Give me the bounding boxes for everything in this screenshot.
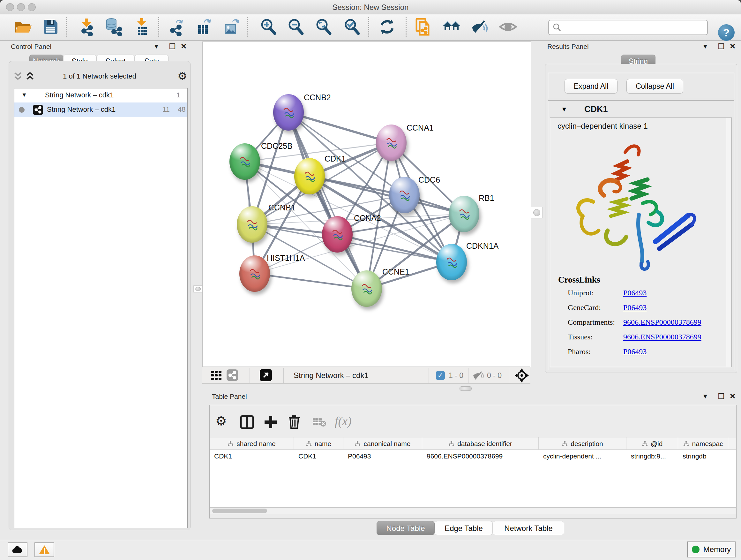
table-panel-float-icon[interactable]: ❑ <box>718 392 725 401</box>
table-settings-gear-icon[interactable]: ⚙ <box>215 414 227 428</box>
column-header-namespac[interactable]: namespac <box>678 437 728 450</box>
network-node-CDC6[interactable] <box>389 177 420 213</box>
network-node-CDK1[interactable] <box>294 158 325 194</box>
network-node-CCNB1[interactable] <box>237 206 267 243</box>
import-network-database-icon[interactable] <box>105 17 123 36</box>
search-field[interactable] <box>564 22 703 33</box>
tree-expander-icon[interactable]: ▼ <box>21 91 27 98</box>
network-options-gear-icon[interactable]: ⚙ <box>178 70 187 82</box>
right-splitter-handle[interactable] <box>531 207 542 219</box>
save-session-icon[interactable] <box>42 17 60 36</box>
results-scrollbar[interactable] <box>726 118 731 367</box>
table-horizontal-scrollbar[interactable] <box>210 507 736 514</box>
show-all-icon[interactable] <box>499 17 517 36</box>
memory-button[interactable]: Memory <box>687 542 736 557</box>
export-table-icon[interactable] <box>194 17 213 36</box>
column-header-database-identifier[interactable]: database identifier <box>422 437 539 450</box>
table-row[interactable]: CDK1CDK1P064939606.ENSP00000378699cyclin… <box>210 450 736 462</box>
open-session-icon[interactable] <box>13 17 32 36</box>
crosslink-label: Compartments: <box>568 318 615 326</box>
protein-structure-thumbnail <box>237 153 253 169</box>
import-network-icon[interactable] <box>77 17 96 36</box>
network-node-CDKN1A[interactable] <box>436 244 467 280</box>
table-panel-collapse-icon[interactable]: ▼ <box>702 393 709 400</box>
tab-node-table[interactable]: Node Table <box>377 521 434 535</box>
table-cell[interactable]: stringdb:9... <box>626 450 678 462</box>
tab-network-table[interactable]: Network Table <box>493 521 564 535</box>
delete-column-icon[interactable] <box>287 414 301 429</box>
help-icon[interactable]: ? <box>718 24 735 41</box>
crosslink-label: Uniprot: <box>568 289 594 297</box>
protein-structure-thumbnail <box>330 226 345 242</box>
refresh-icon[interactable] <box>378 17 396 36</box>
network-node-CCNE1[interactable] <box>351 270 382 307</box>
control-panel-close-icon[interactable]: ✕ <box>181 42 187 51</box>
table-cell[interactable]: 9606.ENSP00000378699 <box>422 450 539 462</box>
export-network-icon[interactable] <box>167 17 185 36</box>
birdseye-navigator-icon[interactable] <box>515 368 529 383</box>
column-header-description[interactable]: description <box>539 437 626 450</box>
add-column-icon[interactable] <box>263 415 278 429</box>
edge[interactable] <box>255 273 367 289</box>
column-header-shared-name[interactable]: shared name <box>210 437 294 450</box>
results-panel-float-icon[interactable]: ❑ <box>718 42 725 51</box>
crosslink-genecard-link[interactable]: P06493 <box>623 303 647 312</box>
delete-table-icon[interactable] <box>313 417 327 428</box>
table-cell[interactable]: CDK1 <box>294 450 343 462</box>
network-node-CCNA1[interactable] <box>376 125 407 161</box>
table-cell[interactable]: stringdb <box>678 450 728 462</box>
export-image-icon[interactable] <box>222 17 241 36</box>
table-panel-close-icon[interactable]: ✕ <box>730 392 736 401</box>
search-icon <box>553 23 562 32</box>
detach-view-icon[interactable] <box>260 369 272 381</box>
network-node-CCNA2[interactable] <box>322 216 353 253</box>
network-node-HIST1H1A[interactable] <box>239 255 270 292</box>
search-input[interactable] <box>548 20 708 35</box>
table-cell[interactable]: cyclin-dependent ... <box>539 450 626 462</box>
columns-icon[interactable] <box>240 415 254 429</box>
scrollbar-thumb[interactable] <box>212 509 267 513</box>
cloud-status-button[interactable] <box>8 543 27 557</box>
network-row-selected[interactable]: String Network – cdk1 11 48 <box>14 103 187 117</box>
control-panel-float-icon[interactable]: ❑ <box>169 42 176 51</box>
result-expander-icon[interactable]: ▼ <box>561 106 567 113</box>
column-header-name[interactable]: name <box>294 437 343 450</box>
table-cell[interactable]: CDK1 <box>210 450 294 462</box>
hidden-eye-icon <box>472 370 484 381</box>
network-node-RB1[interactable] <box>449 196 479 232</box>
warnings-button[interactable] <box>35 543 54 557</box>
crosslink-tissues-link[interactable]: 9606.ENSP00000378699 <box>623 333 701 341</box>
column-header--id[interactable]: @id <box>626 437 678 450</box>
control-panel-collapse-icon[interactable]: ▼ <box>153 43 159 50</box>
node-label-CCNB1: CCNB1 <box>268 203 295 212</box>
duplicate-network-icon[interactable] <box>414 17 432 36</box>
expand-all-button[interactable]: Expand All <box>564 79 617 94</box>
network-node-CCNB2[interactable] <box>273 94 304 131</box>
crosslink-uniprot-link[interactable]: P06493 <box>623 289 647 297</box>
crosslink-pharos-link[interactable]: P06493 <box>623 348 647 356</box>
first-neighbors-icon[interactable] <box>442 17 461 36</box>
network-canvas[interactable]: CCNB2CCNA1CDC25BCDK1CDC6RB1CCNB1CCNA2CDK… <box>202 42 531 367</box>
status-bar: Memory <box>0 540 741 560</box>
network-thumbnail-icon[interactable] <box>226 369 238 381</box>
zoom-fit-icon[interactable] <box>314 17 333 36</box>
results-panel-collapse-icon[interactable]: ▼ <box>702 43 709 50</box>
results-panel-close-icon[interactable]: ✕ <box>730 42 736 51</box>
crosslink-label: GeneCard: <box>568 303 601 312</box>
zoom-in-icon[interactable] <box>259 17 278 36</box>
table-cell[interactable]: P06493 <box>343 450 422 462</box>
column-header-canonical-name[interactable]: canonical name <box>343 437 422 450</box>
collapse-all-button[interactable]: Collapse All <box>626 79 683 94</box>
crosslink-label: Tissues: <box>568 333 593 341</box>
crosslink-compartments-link[interactable]: 9606.ENSP00000378699 <box>623 318 701 326</box>
left-splitter-handle[interactable] <box>193 286 202 293</box>
grid-view-icon[interactable] <box>211 370 222 381</box>
network-node-CDC25B[interactable] <box>229 143 260 180</box>
hide-selected-icon[interactable] <box>470 17 489 36</box>
tab-edge-table[interactable]: Edge Table <box>434 521 493 535</box>
zoom-out-icon[interactable] <box>286 17 305 36</box>
import-table-icon[interactable] <box>133 17 151 36</box>
network-collection-row[interactable]: ▼ String Network – cdk1 1 <box>14 88 187 103</box>
zoom-selected-icon[interactable] <box>343 17 361 36</box>
selected-checkbox-icon[interactable]: ✓ <box>436 371 445 380</box>
